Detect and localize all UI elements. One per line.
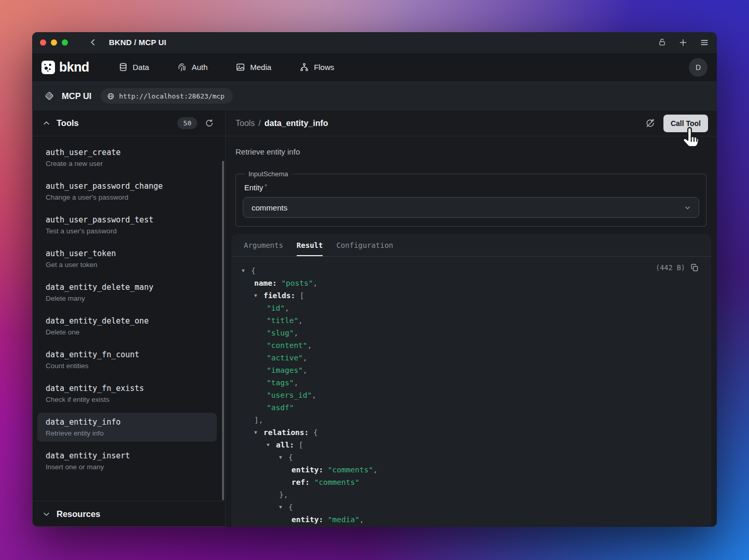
tool-desc: Test a user's password — [46, 227, 209, 235]
required-asterisk: * — [265, 183, 267, 190]
nav-item-label: Media — [250, 63, 271, 72]
tool-item[interactable]: auth_user_createCreate a new user — [37, 143, 217, 172]
tool-desc: Count entities — [46, 362, 209, 370]
json-punctuation: ], — [254, 416, 263, 424]
json-string: "content" — [267, 341, 308, 349]
fingerprint-icon — [177, 62, 187, 72]
tools-count-badge: 50 — [177, 117, 197, 129]
tool-name: data_entity_fn_count — [46, 350, 209, 359]
json-punctuation: { — [288, 503, 293, 511]
tool-item[interactable]: auth_user_tokenGet a user token — [37, 244, 217, 273]
code-line: ▼{ — [242, 451, 699, 464]
database-icon — [118, 62, 128, 72]
tool-item[interactable]: data_entity_infoRetrieve entity info — [37, 413, 217, 442]
close-window-button[interactable] — [40, 39, 46, 46]
tool-item[interactable]: data_entity_insertInsert one or many — [37, 446, 217, 475]
copy-icon[interactable] — [690, 263, 699, 272]
code-line: "users_id", — [242, 389, 699, 401]
entity-select-value: comments — [252, 203, 287, 212]
nav-item-auth[interactable]: Auth — [177, 62, 207, 72]
sidebar-scrollbar[interactable] — [222, 161, 224, 500]
tool-item[interactable]: data_entity_fn_countCount entities — [37, 345, 217, 374]
refresh-icon[interactable] — [205, 119, 214, 128]
json-key: entity: — [292, 466, 323, 474]
zoom-window-button[interactable] — [62, 39, 68, 46]
tool-desc: Retrieve entity info — [46, 429, 209, 437]
traffic-lights — [40, 39, 68, 46]
json-punctuation: , — [373, 466, 378, 474]
code-line: name: "posts", — [242, 277, 699, 289]
tool-item[interactable]: auth_user_password_testTest a user's pas… — [37, 211, 217, 240]
call-tool-button[interactable]: Call Tool — [663, 115, 708, 132]
tools-section-header[interactable]: Tools 50 — [32, 110, 225, 136]
brand[interactable]: bknd — [41, 60, 89, 75]
tab-arguments[interactable]: Arguments — [244, 234, 283, 256]
collapse-triangle-icon[interactable]: ▼ — [279, 451, 288, 464]
json-key: relations: — [263, 428, 309, 437]
desktop-background: BKND / MCP UI bknd — [0, 0, 749, 560]
collapse-triangle-icon[interactable]: ▼ — [242, 264, 251, 277]
code-line: "id", — [242, 302, 699, 314]
tab-configuration[interactable]: Configuration — [336, 234, 393, 256]
mcp-url-pill[interactable]: http://localhost:28623/mcp — [101, 88, 233, 104]
user-avatar[interactable]: D — [689, 58, 708, 77]
tool-name: data_entity_fn_exists — [46, 384, 209, 393]
lock-open-icon[interactable] — [658, 38, 667, 47]
back-icon[interactable] — [89, 38, 98, 47]
json-punctuation: , — [313, 279, 318, 287]
collapse-triangle-icon[interactable]: ▼ — [254, 289, 263, 302]
nav-item-media[interactable]: Media — [235, 62, 271, 72]
breadcrumb-parent[interactable]: Tools — [235, 119, 255, 128]
nav-item-data[interactable]: Data — [118, 62, 149, 72]
tool-item[interactable]: data_entity_delete_oneDelete one — [37, 312, 217, 341]
tool-desc: Check if entity exists — [46, 396, 209, 403]
code-line: ▼{ — [242, 264, 699, 277]
json-key: entity: — [292, 515, 323, 524]
collapse-triangle-icon[interactable]: ▼ — [254, 426, 263, 439]
code-line: ref: "comments" — [242, 476, 699, 488]
code-line: "active", — [242, 352, 699, 364]
plus-icon[interactable] — [678, 38, 688, 47]
tool-name: data_entity_delete_one — [46, 316, 209, 326]
nav-item-label: Auth — [191, 63, 207, 72]
menu-icon[interactable] — [700, 38, 709, 47]
tool-item[interactable]: data_entity_delete_manyDelete many — [37, 278, 217, 307]
json-punctuation — [323, 515, 328, 524]
resources-header-label: Resources — [57, 509, 100, 519]
code-line: }, — [242, 488, 699, 501]
tool-name: auth_user_password_change — [46, 181, 209, 191]
tools-header-label: Tools — [57, 118, 79, 128]
minimize-window-button[interactable] — [51, 39, 57, 46]
breadcrumb-current: data_entity_info — [265, 119, 328, 128]
nav-item-flows[interactable]: Flows — [299, 62, 334, 72]
tool-item[interactable]: data_entity_fn_existsCheck if entity exi… — [37, 379, 217, 408]
resources-section-header[interactable]: Resources — [32, 501, 225, 527]
brand-name: bknd — [59, 60, 89, 75]
json-string: "media" — [328, 515, 359, 524]
breadcrumb-separator: / — [258, 119, 260, 128]
json-key: ref: — [292, 478, 310, 486]
collapse-triangle-icon[interactable]: ▼ — [279, 501, 288, 513]
json-key: name: — [254, 279, 277, 287]
globe-icon — [107, 92, 115, 100]
code-line: ▼{ — [242, 501, 699, 513]
tab-result[interactable]: Result — [297, 234, 323, 256]
code-line: "slug", — [242, 327, 699, 339]
entity-field-label: Entity* — [244, 183, 699, 192]
code-line: "title", — [242, 314, 699, 327]
json-punctuation: { — [288, 453, 293, 461]
tool-desc: Delete one — [46, 328, 209, 336]
tool-item[interactable]: auth_user_password_changeChange a user's… — [37, 177, 217, 206]
json-key: fields: — [263, 291, 295, 300]
nav-item-label: Data — [133, 63, 149, 72]
tool-desc: Create a new user — [46, 160, 209, 167]
json-punctuation: [ — [294, 441, 303, 449]
tool-name: auth_user_token — [46, 249, 209, 258]
json-string: "asdf" — [267, 403, 294, 412]
refresh-off-icon[interactable] — [645, 118, 655, 128]
tool-name: auth_user_create — [46, 148, 209, 157]
collapse-triangle-icon[interactable]: ▼ — [267, 439, 276, 451]
entity-select[interactable]: comments — [243, 197, 699, 218]
json-punctuation: , — [294, 379, 298, 387]
json-punctuation: { — [251, 267, 256, 275]
